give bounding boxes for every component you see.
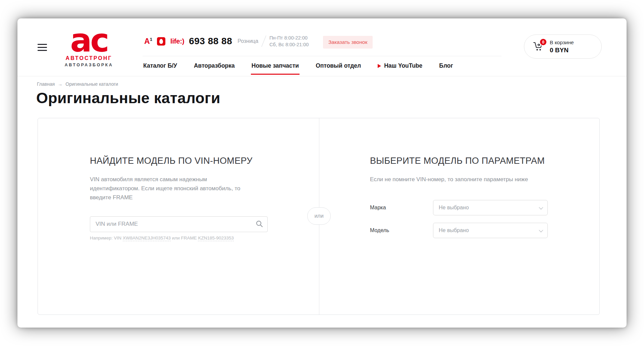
cart-icon: 0 <box>533 41 544 52</box>
nav-item-avtorazborka[interactable]: Авторазборка <box>193 59 235 75</box>
cart-badge: 0 <box>539 38 547 46</box>
params-section: ВЫБЕРИТЕ МОДЕЛЬ ПО ПАРАМЕТРАМ Если не по… <box>370 156 578 246</box>
params-section-description: Если не помните VIN-номер, то заполните … <box>370 175 544 184</box>
example-vin-link[interactable]: XW8AN2NE3JH035743 <box>123 235 171 241</box>
main-nav: Каталог Б/У Авторазборка Новые запчасти … <box>143 59 454 75</box>
play-icon <box>378 64 381 68</box>
cart-button[interactable]: 0 В корзине 0 BYN <box>524 34 602 59</box>
vin-section-description: VIN автомобиля является самым надежным и… <box>90 175 244 202</box>
phone-number[interactable]: 693 88 88 <box>189 36 232 47</box>
brand-label: Марка <box>370 205 433 211</box>
cart-label: В корзине <box>550 40 574 46</box>
page-title: Оригинальные каталоги <box>36 89 220 107</box>
phone-type-label: Розница <box>237 38 258 44</box>
operator-a1-icon: A1 <box>144 37 152 45</box>
model-label: Модель <box>370 227 433 233</box>
logo-subtitle: АВТОРАЗБОРКА <box>57 63 121 67</box>
breadcrumb-home-link[interactable]: Главная <box>37 81 55 87</box>
site-logo[interactable]: ac АВТОСТРОНГ АВТОРАЗБОРКА <box>57 26 121 67</box>
work-schedule: Пн-Пт 8:00-22:00 Сб, Вс 8:00-21:00 <box>269 34 309 48</box>
breadcrumb-current: Оригинальные каталоги <box>65 81 118 87</box>
chevron-down-icon <box>539 205 543 209</box>
nav-item-wholesale[interactable]: Оптовый отдел <box>315 59 362 75</box>
example-frame-link[interactable]: KZN185-9023353 <box>198 235 234 241</box>
vin-section-title: НАЙДИТЕ МОДЕЛЬ ПО VIN-НОМЕРУ <box>90 156 278 166</box>
brand-select[interactable]: Не выбрано <box>433 200 548 215</box>
breadcrumb: Главная → Оригинальные каталоги <box>37 81 118 87</box>
params-section-title: ВЫБЕРИТЕ МОДЕЛЬ ПО ПАРАМЕТРАМ <box>370 156 578 166</box>
nav-item-youtube[interactable]: Наш YouTube <box>377 59 423 75</box>
search-icon[interactable] <box>256 220 263 229</box>
cart-total: 0 BYN <box>550 47 574 54</box>
vin-search-section: НАЙДИТЕ МОДЕЛЬ ПО VIN-НОМЕРУ VIN автомоб… <box>90 156 278 240</box>
nav-item-catalog-bu[interactable]: Каталог Б/У <box>143 59 178 75</box>
nav-item-new-parts[interactable]: Новые запчасти <box>251 59 300 75</box>
model-select[interactable]: Не выбрано <box>433 223 548 238</box>
vin-input[interactable] <box>90 216 268 232</box>
chevron-down-icon <box>539 228 543 232</box>
phone-block: A1 life:) 693 88 88 Розница Пн-Пт 8:00-2… <box>144 34 309 48</box>
breadcrumb-arrow-icon: → <box>58 81 62 87</box>
operator-life-icon: life:) <box>170 37 184 45</box>
slash-divider <box>261 36 266 47</box>
logo-monogram: ac <box>57 26 121 55</box>
logo-title: АВТОСТРОНГ <box>57 55 121 61</box>
nav-top-divider <box>143 56 501 56</box>
nav-item-blog[interactable]: Блог <box>438 59 453 75</box>
page-card: ac АВТОСТРОНГ АВТОРАЗБОРКА A1 life:) 693… <box>17 18 627 328</box>
operator-mts-icon <box>157 37 165 46</box>
vin-example-hint: Например: VIN XW8AN2NE3JH035743 или FRAM… <box>90 235 278 240</box>
or-divider-pill: или <box>307 207 331 225</box>
catalog-search-panel: или НАЙДИТЕ МОДЕЛЬ ПО VIN-НОМЕРУ VIN авт… <box>38 118 600 315</box>
callback-button[interactable]: Заказать звонок <box>323 36 373 49</box>
header-divider <box>17 76 627 76</box>
hamburger-menu-icon[interactable] <box>38 44 47 51</box>
